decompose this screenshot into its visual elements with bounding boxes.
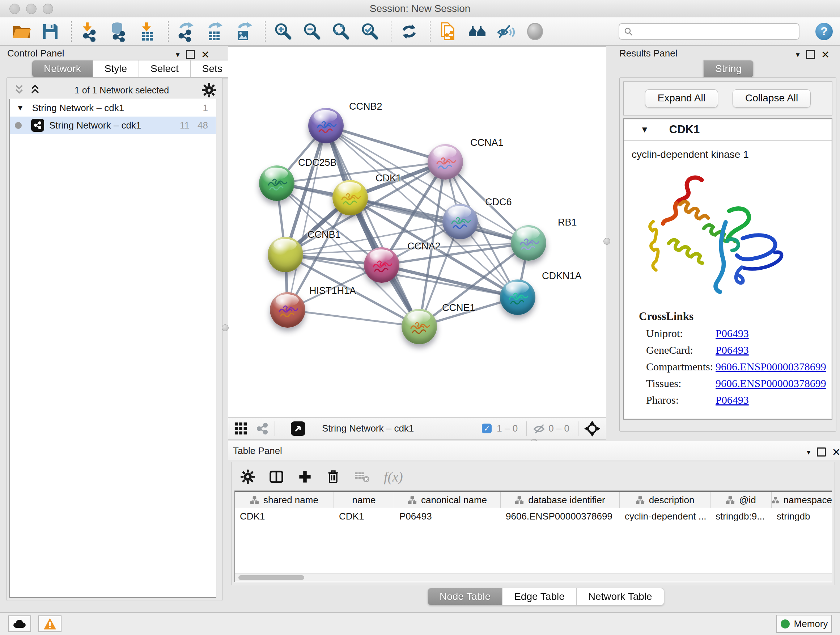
import-network-icon[interactable] [79,21,100,42]
tab-style[interactable]: Style [93,60,139,78]
float-panel-icon[interactable] [806,50,815,59]
network-node-cdc25b[interactable] [259,165,294,201]
cloud-button[interactable] [8,616,31,632]
show-columns-icon[interactable] [269,469,284,485]
network-node-hist1h1a[interactable] [270,292,305,328]
network-tree: ▼ String Network – cdk1 1 String Network… [9,99,216,598]
gene-card: ▼ CDK1 cyclin-dependent kinase 1 [623,119,832,420]
warning-button[interactable] [38,616,62,632]
delete-table-icon[interactable] [354,470,370,483]
collapse-all-button[interactable]: Collapse All [733,89,811,108]
column-header-at-id[interactable]: @id [711,492,772,508]
export-image-icon[interactable] [234,21,255,42]
scrollbar-thumb[interactable] [238,575,304,580]
column-header-database-identifier[interactable]: database identifier [501,492,620,508]
selected-checkbox-icon[interactable]: ✓ [482,424,492,433]
close-panel-icon[interactable]: ✕ [201,51,210,58]
network-node-cdc6[interactable] [442,204,478,239]
delete-column-icon[interactable] [326,469,340,485]
expand-all-icon[interactable] [28,84,42,96]
zoom-selected-icon[interactable] [360,21,381,42]
gene-expand-icon[interactable]: ▼ [640,125,649,135]
close-panel-icon[interactable]: ✕ [821,51,830,58]
export-network-icon[interactable] [176,21,197,42]
network-node-cdkn1a[interactable] [500,279,535,315]
gear-icon[interactable] [240,470,255,484]
network-collection-row[interactable]: ▼ String Network – cdk1 1 [10,99,216,117]
tab-string[interactable]: String [703,60,753,78]
hidden-eye-icon[interactable] [532,423,546,435]
help-icon[interactable]: ? [815,23,833,40]
column-header-name[interactable]: name [334,492,394,508]
column-label: description [649,494,695,506]
column-header-namespace[interactable]: namespace [772,492,832,508]
collapse-all-icon[interactable] [13,84,26,96]
birdseye-crosshair-icon[interactable] [584,421,600,437]
tree-expand-icon[interactable]: ▼ [16,103,24,112]
search-icon [624,27,633,36]
gear-icon[interactable] [202,83,216,97]
collapse-panel-icon[interactable]: ▾ [176,50,180,59]
network-node-rb1[interactable] [511,225,546,261]
tab-network-table[interactable]: Network Table [576,588,664,605]
collapse-panel-icon[interactable]: ▾ [796,50,800,59]
open-in-new-icon[interactable] [291,421,305,436]
crosslink-value-link[interactable]: P06493 [715,394,749,406]
network-node-ccnb2[interactable] [308,108,344,143]
table-panel-body: f(x) shared namenamecanonical namedataba… [232,462,835,585]
column-header-canonical-name[interactable]: canonical name [394,492,501,508]
open-session-icon[interactable] [11,21,32,42]
search-input[interactable] [637,25,794,37]
float-panel-icon[interactable] [186,50,195,59]
tab-node-table[interactable]: Node Table [428,588,502,605]
memory-button[interactable]: Memory [776,615,832,633]
zoom-in-icon[interactable] [273,21,294,42]
zoom-out-icon[interactable] [302,21,323,42]
float-panel-icon[interactable] [817,448,826,456]
network-node-ccne1[interactable] [401,309,437,344]
tab-network[interactable]: Network [32,60,93,78]
results-button-bar: Expand All Collapse All [623,81,832,116]
gene-header-row[interactable]: ▼ CDK1 [624,119,832,141]
add-column-icon[interactable] [298,470,312,484]
network-node-ccna1[interactable] [428,144,463,180]
tab-edge-table[interactable]: Edge Table [502,588,576,605]
left-splitter-handle[interactable] [222,325,229,331]
column-header-description[interactable]: description [620,492,711,508]
tab-select[interactable]: Select [139,60,191,78]
import-network-database-icon[interactable] [108,21,129,42]
expand-all-button[interactable]: Expand All [645,89,718,108]
export-table-icon[interactable] [205,21,226,42]
string-document-icon[interactable] [438,21,459,42]
hide-graphics-eye-icon[interactable] [496,21,516,42]
network-row-selected[interactable]: String Network – cdk1 11 48 [10,117,216,134]
import-table-icon[interactable] [137,21,158,42]
network-node-cdk1[interactable] [332,180,368,215]
crosslink-value-link[interactable]: 9606.ENSP00000378699 [715,377,826,390]
network-node-ccnb1[interactable] [268,237,303,272]
crosslink-label: Uniprot: [646,327,715,340]
right-splitter-handle[interactable] [603,238,610,245]
shared-column-icon [636,496,645,505]
annotation-grid-icon[interactable] [234,422,248,435]
share-network-icon[interactable] [256,422,269,435]
save-session-icon[interactable] [40,21,61,42]
refresh-layout-icon[interactable] [399,21,420,42]
close-panel-icon[interactable]: ✕ [832,448,840,456]
crosslink-value-link[interactable]: 9606.ENSP00000378699 [715,361,826,373]
crosslink-value-link[interactable]: P06493 [715,327,749,340]
column-label: database identifier [528,494,605,506]
network-canvas[interactable]: CCNB2CCNA1CDC25BCDK1CDC6RB1CCNB1CCNA2CDK… [228,47,606,417]
table-row[interactable]: CDK1CDK1P064939606.ENSP00000378699cyclin… [235,508,832,524]
collapse-panel-icon[interactable]: ▾ [807,448,811,456]
protein-structure-image [635,169,790,296]
zoom-fit-icon[interactable] [331,21,352,42]
crosslink-value-link[interactable]: P06493 [715,344,749,356]
horizontal-scrollbar[interactable] [235,573,832,582]
network-node-ccna2[interactable] [364,247,399,283]
column-header-shared-name[interactable]: shared name [235,492,334,508]
function-builder-icon[interactable]: f(x) [384,469,403,485]
status-bar: Memory [0,612,840,635]
disabled-eye-icon[interactable] [524,21,546,42]
houses-icon[interactable] [467,21,488,42]
